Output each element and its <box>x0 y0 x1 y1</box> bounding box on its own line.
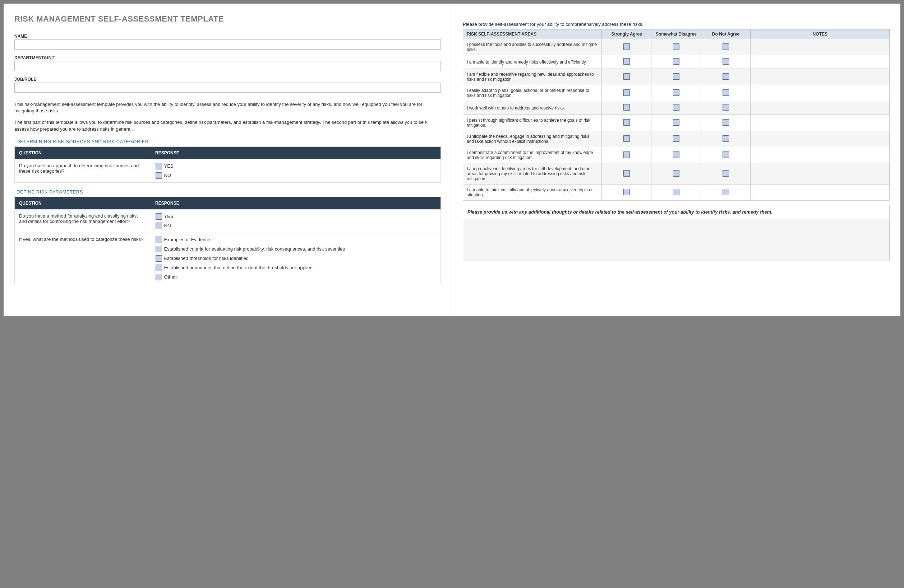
checkbox-strongly-agree[interactable] <box>623 170 630 177</box>
notes-cell[interactable] <box>751 85 890 101</box>
section2-opt0-checkbox[interactable] <box>156 236 162 243</box>
cell-strongly-agree <box>602 101 651 115</box>
section2-opt4-label: Other: <box>164 274 177 280</box>
cell-strongly-agree <box>602 163 651 184</box>
section2-no-checkbox[interactable] <box>156 222 162 229</box>
cell-somewhat-disagree <box>651 131 701 147</box>
table-row: I anticipate the needs, engage in addres… <box>463 131 890 147</box>
section1-no-checkbox[interactable] <box>156 172 162 179</box>
rtable-header-somewhat-disagree: Somewhat Disagree <box>651 30 701 39</box>
department-label: DEPARTMENT/UNIT <box>14 55 441 60</box>
assessment-area-text: I easily adapt to plans, goals, actions,… <box>463 85 602 101</box>
checkbox-do-not-agree[interactable] <box>722 43 729 50</box>
notes-cell[interactable] <box>751 131 890 147</box>
job-label: JOB/ROLE <box>14 77 441 82</box>
checkbox-somewhat-disagree[interactable] <box>673 119 680 126</box>
cell-strongly-agree <box>602 85 651 101</box>
checkbox-somewhat-disagree[interactable] <box>673 73 680 80</box>
additional-thoughts-textarea[interactable] <box>463 219 889 261</box>
section2-opt3-checkbox[interactable] <box>156 265 162 271</box>
checkbox-somewhat-disagree[interactable] <box>673 43 680 50</box>
checkbox-somewhat-disagree[interactable] <box>673 136 680 142</box>
rtable-header-areas: RISK SELF-ASSESSMENT AREAS <box>463 30 602 39</box>
cell-somewhat-disagree <box>651 147 701 163</box>
notes-cell[interactable] <box>751 101 890 115</box>
section2-yes-checkbox[interactable] <box>156 213 162 220</box>
cell-do-not-agree <box>701 101 751 115</box>
checkbox-strongly-agree[interactable] <box>623 58 630 65</box>
section2-opt3-label: Established boundaries that define the e… <box>164 265 313 270</box>
notes-cell[interactable] <box>751 55 890 69</box>
section1-yes-checkbox[interactable] <box>156 163 162 169</box>
cell-do-not-agree <box>701 147 751 163</box>
cell-do-not-agree <box>701 184 751 201</box>
section1-question: Do you have an approach to determining r… <box>15 159 151 182</box>
table-row: I am able to identify and remedy risks e… <box>463 55 890 69</box>
checkbox-do-not-agree[interactable] <box>722 104 729 110</box>
section2-opt1-checkbox[interactable] <box>156 246 162 252</box>
checkbox-somewhat-disagree[interactable] <box>673 170 680 177</box>
checkbox-do-not-agree[interactable] <box>722 73 729 80</box>
notes-cell[interactable] <box>751 39 890 55</box>
cell-strongly-agree <box>602 69 651 85</box>
checkbox-strongly-agree[interactable] <box>623 73 630 80</box>
cell-somewhat-disagree <box>651 163 701 184</box>
checkbox-strongly-agree[interactable] <box>623 136 630 142</box>
notes-cell[interactable] <box>751 163 890 184</box>
checkbox-strongly-agree[interactable] <box>623 119 630 126</box>
assessment-area-text: I anticipate the needs, engage in addres… <box>463 131 602 147</box>
section2-opt1-label: Established criteria for evaluating risk… <box>164 246 345 252</box>
cell-somewhat-disagree <box>651 85 701 101</box>
assessment-area-text: I demonstrate a commitment to the improv… <box>463 147 602 163</box>
notes-cell[interactable] <box>751 69 890 85</box>
cell-somewhat-disagree <box>651 55 701 69</box>
section2-opt4-checkbox[interactable] <box>156 274 162 281</box>
assessment-area-text: I am proactive in identifying areas for … <box>463 163 602 184</box>
notes-cell[interactable] <box>751 147 890 163</box>
page-title: RISK MANAGEMENT SELF-ASSESSMENT TEMPLATE <box>14 14 441 24</box>
notes-cell[interactable] <box>751 115 890 131</box>
assessment-area-text: I possess the tools and abilities to suc… <box>463 39 602 55</box>
section1-header-response: RESPONSE <box>151 147 441 159</box>
checkbox-do-not-agree[interactable] <box>722 170 729 177</box>
checkbox-strongly-agree[interactable] <box>623 104 630 110</box>
assessment-area-text: I am able to think critically and object… <box>463 184 602 201</box>
table-row: I persist through significant difficulti… <box>463 115 890 131</box>
cell-strongly-agree <box>602 147 651 163</box>
checkbox-somewhat-disagree[interactable] <box>673 151 680 158</box>
checkbox-somewhat-disagree[interactable] <box>673 104 680 110</box>
name-label: NAME <box>14 34 441 39</box>
checkbox-somewhat-disagree[interactable] <box>673 189 680 195</box>
section1-response-cell: YES NO <box>151 159 441 182</box>
cell-somewhat-disagree <box>651 101 701 115</box>
checkbox-strongly-agree[interactable] <box>623 43 630 50</box>
rtable-header-do-not-agree: Do Not Agree <box>701 30 751 39</box>
checkbox-somewhat-disagree[interactable] <box>673 89 680 96</box>
checkbox-do-not-agree[interactable] <box>722 119 729 126</box>
cell-somewhat-disagree <box>651 39 701 55</box>
assessment-area-text: I work well with others to address and r… <box>463 101 602 115</box>
checkbox-do-not-agree[interactable] <box>722 189 729 195</box>
notes-cell[interactable] <box>751 184 890 201</box>
cell-do-not-agree <box>701 85 751 101</box>
checkbox-do-not-agree[interactable] <box>722 151 729 158</box>
intro-p2: The first part of this template allows y… <box>14 119 441 132</box>
checkbox-strongly-agree[interactable] <box>623 151 630 158</box>
checkbox-somewhat-disagree[interactable] <box>673 58 680 65</box>
checkbox-strongly-agree[interactable] <box>623 189 630 195</box>
right-column: Please provide self-assessment for your … <box>452 3 901 316</box>
cell-strongly-agree <box>602 184 651 201</box>
checkbox-do-not-agree[interactable] <box>722 89 729 96</box>
name-input[interactable] <box>14 39 441 50</box>
section1-yes-label: YES <box>164 163 174 169</box>
checkbox-do-not-agree[interactable] <box>722 136 729 142</box>
job-input[interactable] <box>14 83 441 93</box>
additional-thoughts-box: Please provide us with any additional th… <box>463 205 890 261</box>
department-input[interactable] <box>14 61 441 71</box>
additional-prompt: Please provide us with any additional th… <box>463 205 889 219</box>
checkbox-strongly-agree[interactable] <box>623 89 630 96</box>
section2-no-label: NO <box>164 223 171 228</box>
cell-do-not-agree <box>701 131 751 147</box>
checkbox-do-not-agree[interactable] <box>722 58 729 65</box>
section2-opt2-checkbox[interactable] <box>156 255 162 262</box>
